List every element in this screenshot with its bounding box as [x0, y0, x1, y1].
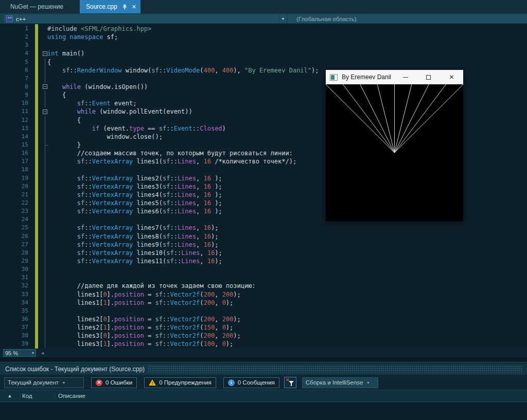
fold-margin[interactable]: [32, 299, 47, 307]
fold-margin[interactable]: [32, 307, 47, 315]
column-header-description[interactable]: Описание: [55, 393, 527, 399]
document-scope-dropdown[interactable]: Текущий документ ▾: [4, 377, 84, 388]
fold-margin[interactable]: [32, 340, 47, 348]
line-number[interactable]: 29: [0, 257, 32, 265]
pin-icon[interactable]: [122, 4, 128, 10]
line-number[interactable]: 14: [0, 133, 32, 141]
fold-margin[interactable]: [32, 25, 47, 33]
line-number[interactable]: 15: [0, 141, 32, 149]
project-dropdown-caret[interactable]: ▾: [279, 14, 287, 23]
line-number[interactable]: 23: [0, 207, 32, 215]
scroll-left-icon[interactable]: ◄: [40, 351, 45, 356]
fold-margin[interactable]: [32, 273, 47, 282]
fold-margin[interactable]: [32, 91, 47, 99]
line-number[interactable]: 33: [0, 290, 32, 299]
line-number[interactable]: 19: [0, 174, 32, 182]
line-number[interactable]: 5: [0, 58, 32, 66]
fold-margin[interactable]: [32, 215, 47, 224]
line-number[interactable]: 38: [0, 332, 32, 340]
line-number[interactable]: 7: [0, 75, 32, 83]
tab-nuget-solution[interactable]: NuGet — решение: [5, 0, 80, 13]
line-number[interactable]: 20: [0, 182, 32, 191]
collapse-box-icon[interactable]: −: [43, 51, 47, 56]
fold-margin[interactable]: [32, 174, 47, 182]
line-number[interactable]: 11: [0, 107, 32, 116]
messages-filter-button[interactable]: i 0 Сообщения: [223, 377, 279, 388]
fold-margin[interactable]: [32, 332, 47, 340]
minimize-button[interactable]: [394, 70, 417, 84]
fold-margin[interactable]: [32, 33, 47, 41]
line-number[interactable]: 39: [0, 340, 32, 348]
line-number[interactable]: 27: [0, 241, 32, 249]
line-number[interactable]: 28: [0, 249, 32, 257]
fold-margin[interactable]: [32, 265, 47, 273]
line-number[interactable]: 22: [0, 199, 32, 207]
line-number[interactable]: 32: [0, 282, 32, 290]
line-number[interactable]: 10: [0, 99, 32, 107]
column-header-code[interactable]: Код: [20, 393, 55, 399]
fold-margin[interactable]: [32, 191, 47, 199]
fold-margin[interactable]: [32, 323, 47, 332]
fold-margin[interactable]: [32, 149, 47, 157]
fold-margin[interactable]: [32, 182, 47, 191]
fold-margin[interactable]: [32, 116, 47, 124]
line-number[interactable]: 26: [0, 232, 32, 241]
line-number[interactable]: 37: [0, 323, 32, 332]
warnings-filter-button[interactable]: ! 0 Предупреждения: [144, 377, 216, 388]
error-list-header[interactable]: Список ошибок - Текущий документ (Source…: [0, 363, 527, 375]
fold-margin[interactable]: −: [32, 83, 47, 91]
fold-margin[interactable]: [32, 157, 47, 166]
maximize-button[interactable]: [417, 70, 440, 84]
fold-margin[interactable]: [32, 290, 47, 299]
line-number[interactable]: 31: [0, 273, 32, 282]
fold-margin[interactable]: −: [32, 107, 47, 116]
errors-filter-button[interactable]: ✕ 0 Ошибки: [91, 377, 137, 388]
line-number[interactable]: 4: [0, 49, 32, 58]
zoom-level-dropdown[interactable]: 95 % ▾: [3, 349, 36, 357]
fold-margin[interactable]: [32, 66, 47, 75]
build-intellisense-dropdown[interactable]: Сборка и IntelliSense ▾: [302, 377, 378, 388]
fold-margin[interactable]: [32, 41, 47, 49]
fold-margin[interactable]: [32, 75, 47, 83]
filter-button[interactable]: ✕: [284, 377, 296, 388]
line-number[interactable]: 34: [0, 299, 32, 307]
line-number[interactable]: 13: [0, 124, 32, 133]
fold-margin[interactable]: [32, 315, 47, 323]
fold-margin[interactable]: −: [32, 49, 47, 58]
sort-icon[interactable]: ▲: [0, 393, 20, 398]
line-number[interactable]: 36: [0, 315, 32, 323]
fold-margin[interactable]: [32, 257, 47, 265]
line-number[interactable]: 2: [0, 33, 32, 41]
line-number[interactable]: 25: [0, 224, 32, 232]
line-number[interactable]: 30: [0, 265, 32, 273]
line-number[interactable]: 12: [0, 116, 32, 124]
collapse-box-icon[interactable]: −: [43, 109, 47, 114]
fold-margin[interactable]: [32, 207, 47, 215]
fold-margin[interactable]: [32, 133, 47, 141]
line-number[interactable]: 3: [0, 41, 32, 49]
line-number[interactable]: 6: [0, 66, 32, 75]
fold-margin[interactable]: [32, 224, 47, 232]
line-number[interactable]: 1: [0, 25, 32, 33]
close-icon[interactable]: ✕: [132, 4, 136, 10]
line-number[interactable]: 24: [0, 215, 32, 224]
line-number[interactable]: 35: [0, 307, 32, 315]
fold-margin[interactable]: [32, 199, 47, 207]
close-button[interactable]: ✕: [440, 70, 463, 84]
fold-margin[interactable]: [32, 58, 47, 66]
fold-margin[interactable]: [32, 232, 47, 241]
fold-margin[interactable]: [32, 124, 47, 133]
line-number[interactable]: 18: [0, 166, 32, 174]
fold-margin[interactable]: [32, 166, 47, 174]
line-number[interactable]: 16: [0, 149, 32, 157]
fold-margin[interactable]: [32, 141, 47, 149]
line-number[interactable]: 17: [0, 157, 32, 166]
project-dropdown[interactable]: ++ c++: [4, 14, 279, 23]
line-number[interactable]: 21: [0, 191, 32, 199]
fold-margin[interactable]: [32, 282, 47, 290]
scope-dropdown[interactable]: (Глобальная область): [288, 14, 527, 23]
line-number[interactable]: 9: [0, 91, 32, 99]
fold-margin[interactable]: [32, 249, 47, 257]
sfml-titlebar[interactable]: By Eremeev Danil ✕: [326, 70, 463, 84]
fold-margin[interactable]: [32, 241, 47, 249]
